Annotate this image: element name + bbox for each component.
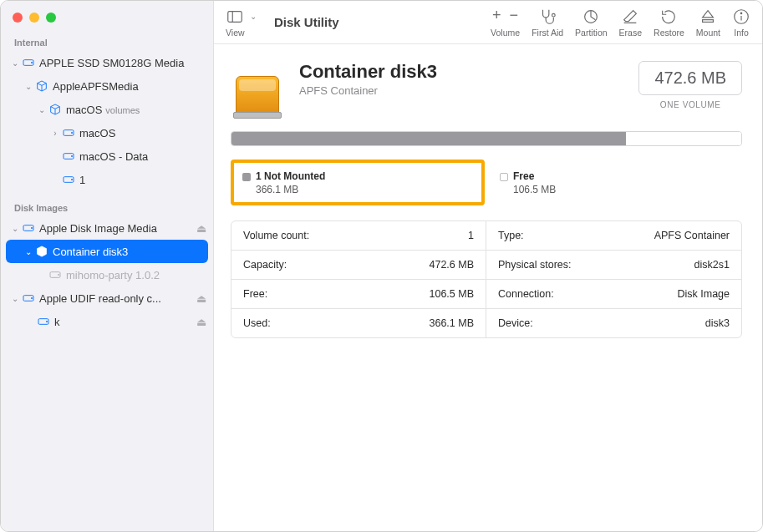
toolbar-mount[interactable]: Mount: [696, 8, 720, 38]
header-row: Container disk3 APFS Container 472.6 MB …: [231, 61, 742, 114]
svg-rect-10: [50, 272, 60, 278]
chevron-down-icon[interactable]: ⌄: [23, 82, 34, 91]
toolbar-info[interactable]: Info: [732, 8, 750, 38]
disk-size: 472.6 MB: [654, 68, 726, 88]
sidebar-section-diskimages: Disk Images: [1, 200, 213, 216]
header-texts: Container disk3 APFS Container: [299, 61, 623, 97]
stethoscope-icon: [538, 8, 557, 26]
svg-point-9: [31, 227, 32, 228]
main-panel: ⌄ View Disk Utility + − Volume First Aid…: [214, 1, 762, 531]
sidebar-tree-internal: ⌄ APPLE SSD SM0128G Media ⌄ AppleAPFSMed…: [1, 51, 213, 191]
content-area: Container disk3 APFS Container 472.6 MB …: [214, 44, 762, 531]
minimize-window-button[interactable]: [29, 13, 39, 23]
svg-point-18: [552, 13, 556, 17]
chevron-down-icon[interactable]: ⌄: [9, 58, 21, 68]
swatch-used-icon: [242, 173, 251, 181]
sidebar-item-volume-1[interactable]: 1: [1, 168, 213, 191]
toolbar-volume[interactable]: + − Volume: [491, 7, 520, 38]
svg-rect-6: [64, 177, 74, 183]
svg-point-13: [31, 297, 32, 298]
info-row: Physical stores:disk2s1: [486, 251, 741, 280]
toolbar-restore[interactable]: Restore: [654, 8, 684, 38]
sidebar-item-physical-disk[interactable]: ⌄ APPLE SSD SM0128G Media: [1, 51, 213, 74]
legend-used-value: 366.1 MB: [242, 184, 473, 195]
sidebar-section-internal: Internal: [1, 34, 213, 51]
svg-point-25: [740, 13, 741, 13]
disk-image-icon: [231, 61, 284, 114]
info-row: Type:APFS Container: [486, 221, 741, 251]
disk-icon: [21, 291, 36, 306]
toolbar-partition[interactable]: Partition: [575, 8, 608, 38]
info-icon: [732, 8, 750, 26]
toolbar-view[interactable]: ⌄ View: [226, 8, 259, 38]
info-row: Used:366.1 MB: [231, 309, 486, 337]
mount-icon: [699, 8, 717, 26]
sidebar-item-disk-image-media[interactable]: ⌄ Apple Disk Image Media ⏏: [1, 216, 213, 240]
app-title: Disk Utility: [274, 15, 339, 29]
usage-free-segment: [626, 132, 741, 145]
sidebar-item-apfs-media[interactable]: ⌄ AppleAPFSMedia: [1, 74, 213, 98]
container-icon: [34, 79, 49, 94]
sidebar-item-mihomo[interactable]: mihomo-party 1.0.2: [1, 263, 213, 286]
svg-point-3: [71, 132, 72, 133]
toolbar-first-aid[interactable]: First Aid: [532, 8, 563, 38]
eject-icon[interactable]: ⏏: [193, 316, 206, 328]
usage-bar: [231, 131, 742, 146]
volume-icon: [48, 267, 63, 282]
volume-icon: [61, 125, 76, 140]
disk-subtitle: APFS Container: [299, 84, 623, 97]
eject-icon[interactable]: ⏏: [193, 292, 206, 305]
volume-icon: [36, 314, 51, 329]
eject-icon[interactable]: ⏏: [193, 222, 206, 235]
sidebar-item-macos-volumes[interactable]: ⌄ macOSvolumes: [1, 98, 213, 121]
restore-icon: [659, 8, 678, 26]
sidebar-item-macos[interactable]: › macOS: [1, 121, 213, 144]
info-grid: Volume count:1 Type:APFS Container Capac…: [231, 220, 742, 338]
close-window-button[interactable]: [13, 13, 23, 23]
info-row: Device:disk3: [486, 309, 741, 337]
toolbar-erase[interactable]: Erase: [619, 8, 642, 38]
disk-icon: [21, 55, 36, 70]
sidebar: Internal ⌄ APPLE SSD SM0128G Media ⌄ App…: [1, 1, 214, 531]
svg-marker-21: [703, 10, 714, 17]
chevron-down-icon[interactable]: ⌄: [9, 294, 21, 303]
svg-rect-16: [228, 11, 242, 22]
sidebar-item-k[interactable]: k ⏏: [1, 310, 213, 333]
svg-point-11: [58, 274, 58, 275]
volume-icon: [61, 149, 76, 164]
size-box: 472.6 MB: [638, 61, 742, 95]
sidebar-item-macos-data[interactable]: macOS - Data: [1, 144, 213, 168]
sidebar-toggle-icon: [226, 8, 244, 26]
size-box-wrap: 472.6 MB ONE VOLUME: [638, 61, 742, 109]
volume-count-caption: ONE VOLUME: [638, 100, 742, 109]
chevron-down-icon[interactable]: ⌄: [36, 105, 48, 114]
container-icon: [48, 102, 63, 117]
plus-minus-icon: + −: [492, 7, 518, 26]
chevron-right-icon[interactable]: ›: [49, 129, 61, 138]
chevron-down-icon[interactable]: ⌄: [23, 247, 34, 256]
swatch-free-icon: [500, 173, 508, 181]
sidebar-item-udif[interactable]: ⌄ Apple UDIF read-only c... ⏏: [1, 286, 213, 310]
svg-point-5: [71, 155, 72, 156]
info-row: Volume count:1: [231, 221, 486, 251]
svg-point-7: [71, 179, 72, 180]
legend-row: 1 Not Mounted 366.1 MB Free 106.5 MB: [231, 160, 742, 205]
svg-point-15: [46, 321, 47, 322]
disk-title: Container disk3: [299, 61, 623, 83]
toolbar: ⌄ View Disk Utility + − Volume First Aid…: [214, 1, 762, 44]
pie-icon: [582, 8, 600, 26]
usage-used-segment: [231, 132, 626, 145]
container-icon: [34, 244, 49, 259]
sidebar-item-container-disk3[interactable]: ⌄ Container disk3: [6, 240, 208, 263]
eraser-icon: [621, 8, 639, 26]
legend-free-value: 106.5 MB: [500, 184, 730, 195]
chevron-down-icon[interactable]: ⌄: [9, 224, 21, 233]
svg-rect-2: [64, 130, 74, 136]
svg-rect-22: [703, 19, 714, 22]
svg-rect-4: [64, 154, 74, 160]
chevron-down-icon: ⌄: [247, 12, 259, 21]
info-row: Capacity:472.6 MB: [231, 251, 486, 280]
zoom-window-button[interactable]: [46, 13, 56, 23]
svg-point-1: [31, 62, 32, 63]
app-window: Internal ⌄ APPLE SSD SM0128G Media ⌄ App…: [0, 0, 763, 532]
